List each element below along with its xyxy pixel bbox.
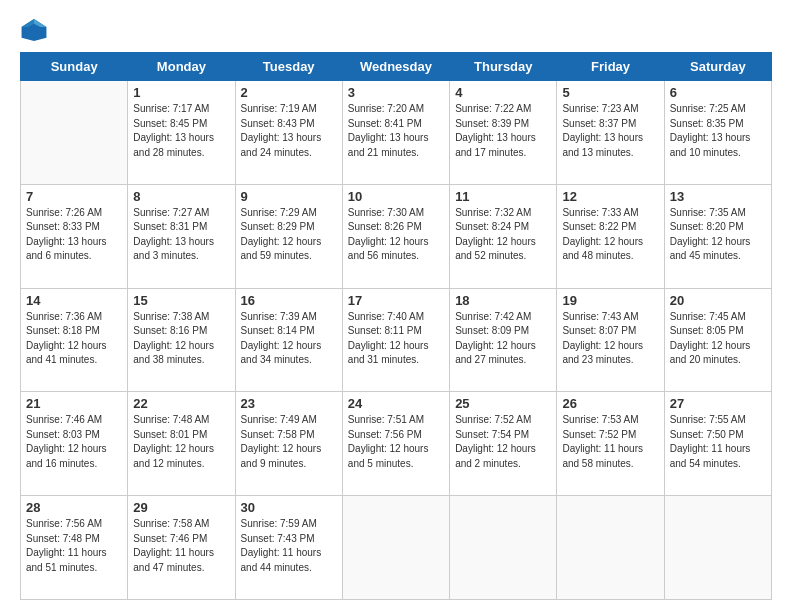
day-info: Sunrise: 7:17 AMSunset: 8:45 PMDaylight:…: [133, 102, 229, 160]
day-info: Sunrise: 7:20 AMSunset: 8:41 PMDaylight:…: [348, 102, 444, 160]
day-info: Sunrise: 7:30 AMSunset: 8:26 PMDaylight:…: [348, 206, 444, 264]
day-info: Sunrise: 7:51 AMSunset: 7:56 PMDaylight:…: [348, 413, 444, 471]
day-info: Sunrise: 7:39 AMSunset: 8:14 PMDaylight:…: [241, 310, 337, 368]
logo: [20, 16, 52, 44]
calendar-cell: 6Sunrise: 7:25 AMSunset: 8:35 PMDaylight…: [664, 81, 771, 185]
day-number: 11: [455, 189, 551, 204]
day-number: 25: [455, 396, 551, 411]
day-number: 24: [348, 396, 444, 411]
day-number: 14: [26, 293, 122, 308]
logo-icon: [20, 16, 48, 44]
day-info: Sunrise: 7:59 AMSunset: 7:43 PMDaylight:…: [241, 517, 337, 575]
day-info: Sunrise: 7:40 AMSunset: 8:11 PMDaylight:…: [348, 310, 444, 368]
days-of-week-row: SundayMondayTuesdayWednesdayThursdayFrid…: [21, 53, 772, 81]
day-number: 29: [133, 500, 229, 515]
day-number: 22: [133, 396, 229, 411]
calendar-cell: [342, 496, 449, 600]
day-info: Sunrise: 7:56 AMSunset: 7:48 PMDaylight:…: [26, 517, 122, 575]
day-number: 1: [133, 85, 229, 100]
calendar-cell: 24Sunrise: 7:51 AMSunset: 7:56 PMDayligh…: [342, 392, 449, 496]
calendar-cell: 12Sunrise: 7:33 AMSunset: 8:22 PMDayligh…: [557, 184, 664, 288]
day-number: 27: [670, 396, 766, 411]
day-info: Sunrise: 7:33 AMSunset: 8:22 PMDaylight:…: [562, 206, 658, 264]
day-info: Sunrise: 7:19 AMSunset: 8:43 PMDaylight:…: [241, 102, 337, 160]
day-info: Sunrise: 7:46 AMSunset: 8:03 PMDaylight:…: [26, 413, 122, 471]
day-number: 4: [455, 85, 551, 100]
day-info: Sunrise: 7:58 AMSunset: 7:46 PMDaylight:…: [133, 517, 229, 575]
day-info: Sunrise: 7:43 AMSunset: 8:07 PMDaylight:…: [562, 310, 658, 368]
day-header-monday: Monday: [128, 53, 235, 81]
day-info: Sunrise: 7:23 AMSunset: 8:37 PMDaylight:…: [562, 102, 658, 160]
calendar-cell: 7Sunrise: 7:26 AMSunset: 8:33 PMDaylight…: [21, 184, 128, 288]
day-number: 7: [26, 189, 122, 204]
day-info: Sunrise: 7:25 AMSunset: 8:35 PMDaylight:…: [670, 102, 766, 160]
day-info: Sunrise: 7:36 AMSunset: 8:18 PMDaylight:…: [26, 310, 122, 368]
calendar-cell: 22Sunrise: 7:48 AMSunset: 8:01 PMDayligh…: [128, 392, 235, 496]
calendar-cell: 25Sunrise: 7:52 AMSunset: 7:54 PMDayligh…: [450, 392, 557, 496]
calendar-cell: 23Sunrise: 7:49 AMSunset: 7:58 PMDayligh…: [235, 392, 342, 496]
day-number: 21: [26, 396, 122, 411]
calendar-cell: 1Sunrise: 7:17 AMSunset: 8:45 PMDaylight…: [128, 81, 235, 185]
day-info: Sunrise: 7:55 AMSunset: 7:50 PMDaylight:…: [670, 413, 766, 471]
calendar-cell: 21Sunrise: 7:46 AMSunset: 8:03 PMDayligh…: [21, 392, 128, 496]
calendar-cell: 29Sunrise: 7:58 AMSunset: 7:46 PMDayligh…: [128, 496, 235, 600]
calendar-cell: [450, 496, 557, 600]
day-number: 23: [241, 396, 337, 411]
day-info: Sunrise: 7:42 AMSunset: 8:09 PMDaylight:…: [455, 310, 551, 368]
day-number: 18: [455, 293, 551, 308]
day-header-tuesday: Tuesday: [235, 53, 342, 81]
day-header-sunday: Sunday: [21, 53, 128, 81]
calendar-cell: 10Sunrise: 7:30 AMSunset: 8:26 PMDayligh…: [342, 184, 449, 288]
day-info: Sunrise: 7:45 AMSunset: 8:05 PMDaylight:…: [670, 310, 766, 368]
day-number: 6: [670, 85, 766, 100]
calendar-cell: 28Sunrise: 7:56 AMSunset: 7:48 PMDayligh…: [21, 496, 128, 600]
day-number: 12: [562, 189, 658, 204]
day-info: Sunrise: 7:53 AMSunset: 7:52 PMDaylight:…: [562, 413, 658, 471]
day-number: 30: [241, 500, 337, 515]
calendar-cell: 3Sunrise: 7:20 AMSunset: 8:41 PMDaylight…: [342, 81, 449, 185]
day-header-thursday: Thursday: [450, 53, 557, 81]
day-number: 2: [241, 85, 337, 100]
header: [20, 16, 772, 44]
day-info: Sunrise: 7:38 AMSunset: 8:16 PMDaylight:…: [133, 310, 229, 368]
calendar-week-3: 14Sunrise: 7:36 AMSunset: 8:18 PMDayligh…: [21, 288, 772, 392]
calendar-header: SundayMondayTuesdayWednesdayThursdayFrid…: [21, 53, 772, 81]
day-number: 5: [562, 85, 658, 100]
day-header-wednesday: Wednesday: [342, 53, 449, 81]
day-info: Sunrise: 7:22 AMSunset: 8:39 PMDaylight:…: [455, 102, 551, 160]
day-number: 20: [670, 293, 766, 308]
day-header-saturday: Saturday: [664, 53, 771, 81]
calendar-cell: 9Sunrise: 7:29 AMSunset: 8:29 PMDaylight…: [235, 184, 342, 288]
calendar-cell: [664, 496, 771, 600]
calendar-cell: 14Sunrise: 7:36 AMSunset: 8:18 PMDayligh…: [21, 288, 128, 392]
calendar-cell: 11Sunrise: 7:32 AMSunset: 8:24 PMDayligh…: [450, 184, 557, 288]
day-info: Sunrise: 7:32 AMSunset: 8:24 PMDaylight:…: [455, 206, 551, 264]
day-number: 15: [133, 293, 229, 308]
day-number: 28: [26, 500, 122, 515]
day-header-friday: Friday: [557, 53, 664, 81]
day-info: Sunrise: 7:27 AMSunset: 8:31 PMDaylight:…: [133, 206, 229, 264]
day-number: 8: [133, 189, 229, 204]
calendar-cell: 13Sunrise: 7:35 AMSunset: 8:20 PMDayligh…: [664, 184, 771, 288]
day-info: Sunrise: 7:29 AMSunset: 8:29 PMDaylight:…: [241, 206, 337, 264]
day-number: 9: [241, 189, 337, 204]
calendar-cell: 4Sunrise: 7:22 AMSunset: 8:39 PMDaylight…: [450, 81, 557, 185]
calendar-cell: 8Sunrise: 7:27 AMSunset: 8:31 PMDaylight…: [128, 184, 235, 288]
day-number: 10: [348, 189, 444, 204]
calendar-cell: 17Sunrise: 7:40 AMSunset: 8:11 PMDayligh…: [342, 288, 449, 392]
calendar-cell: [557, 496, 664, 600]
calendar-cell: 18Sunrise: 7:42 AMSunset: 8:09 PMDayligh…: [450, 288, 557, 392]
day-number: 26: [562, 396, 658, 411]
day-info: Sunrise: 7:35 AMSunset: 8:20 PMDaylight:…: [670, 206, 766, 264]
calendar-cell: 16Sunrise: 7:39 AMSunset: 8:14 PMDayligh…: [235, 288, 342, 392]
day-number: 13: [670, 189, 766, 204]
page: SundayMondayTuesdayWednesdayThursdayFrid…: [0, 0, 792, 612]
calendar-cell: 2Sunrise: 7:19 AMSunset: 8:43 PMDaylight…: [235, 81, 342, 185]
day-number: 17: [348, 293, 444, 308]
day-info: Sunrise: 7:52 AMSunset: 7:54 PMDaylight:…: [455, 413, 551, 471]
calendar-week-4: 21Sunrise: 7:46 AMSunset: 8:03 PMDayligh…: [21, 392, 772, 496]
calendar-week-1: 1Sunrise: 7:17 AMSunset: 8:45 PMDaylight…: [21, 81, 772, 185]
calendar-cell: 20Sunrise: 7:45 AMSunset: 8:05 PMDayligh…: [664, 288, 771, 392]
calendar-cell: 19Sunrise: 7:43 AMSunset: 8:07 PMDayligh…: [557, 288, 664, 392]
calendar-cell: 26Sunrise: 7:53 AMSunset: 7:52 PMDayligh…: [557, 392, 664, 496]
